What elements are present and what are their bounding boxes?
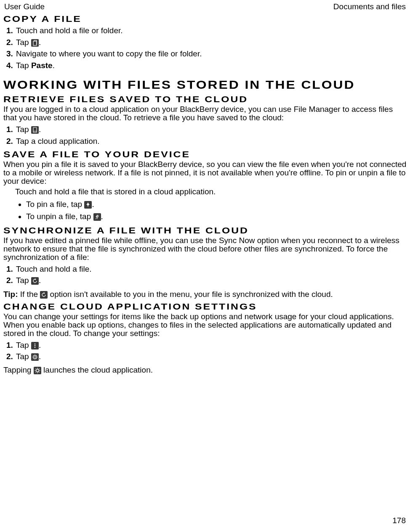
paste-label: Paste (31, 61, 53, 70)
page-number: 178 (392, 516, 406, 525)
copy-icon (31, 39, 39, 47)
svg-line-24 (39, 368, 40, 369)
text: To pin a file, tap (26, 200, 84, 209)
retrieve-step-2: Tap a cloud application. (15, 135, 407, 147)
svg-point-5 (35, 343, 36, 344)
text: . (53, 61, 55, 70)
text: . (101, 212, 103, 221)
sync-icon (40, 291, 48, 299)
retrieve-steps: Tap . Tap a cloud application. (3, 124, 407, 147)
sync-step-1: Touch and hold a file. (15, 263, 407, 275)
sync-steps: Touch and hold a file. Tap . (3, 263, 407, 286)
save-bullet-pin: To pin a file, tap . (26, 198, 407, 210)
svg-line-16 (33, 358, 34, 359)
save-para: When you pin a file it is saved to your … (3, 160, 407, 185)
settings-footnote: Tapping launches the cloud application. (3, 366, 407, 374)
save-bullets: To pin a file, tap . To unpin a file, ta… (3, 198, 407, 223)
copy-step-1: Touch and hold a file or folder. (15, 25, 407, 37)
gear-icon (34, 367, 41, 374)
retrieve-para: If you are logged in to a cloud applicat… (3, 105, 407, 122)
sync-tip: Tip: If the option isn't available to yo… (3, 290, 407, 299)
svg-line-22 (35, 368, 36, 369)
sync-icon (31, 277, 39, 285)
text: Tap (16, 352, 31, 361)
text: . (92, 200, 94, 209)
heading-copy-a-file: Copy a file (3, 14, 410, 24)
copy-step-4: Tap Paste. (15, 60, 407, 71)
heading-sync: Synchronize a file with the cloud (3, 225, 410, 236)
text: . (39, 341, 41, 349)
text: To unpin a file, tap (26, 212, 93, 221)
text: Tapping (3, 365, 34, 374)
text: . (39, 125, 41, 134)
pin-icon (84, 201, 92, 209)
text: Tap (16, 61, 31, 70)
header-left: User Guide (4, 2, 45, 11)
heading-save: Save a file to your device (3, 149, 410, 159)
heading-settings: Change cloud application settings (3, 302, 410, 312)
save-lead: Touch and hold a file that is stored in … (15, 187, 407, 196)
gear-icon (31, 353, 39, 361)
tip-label: Tip: (3, 290, 18, 299)
text: . (39, 276, 41, 285)
text: Tap (16, 125, 31, 134)
svg-line-13 (33, 355, 34, 356)
settings-step-2: Tap . (15, 351, 407, 363)
svg-line-15 (36, 355, 37, 356)
header-right: Documents and files (333, 2, 406, 11)
settings-step-1: Tap . (15, 339, 407, 351)
svg-line-14 (36, 358, 37, 359)
text: . (39, 38, 41, 47)
text: launches the cloud application. (41, 365, 153, 374)
svg-line-25 (35, 371, 36, 372)
copy-step-2: Tap . (15, 37, 407, 48)
svg-point-17 (36, 369, 39, 372)
settings-para: You can change your settings for items l… (3, 312, 407, 338)
copy-steps: Touch and hold a file or folder. Tap . N… (3, 25, 407, 71)
save-bullet-unpin: To unpin a file, tap . (26, 210, 407, 222)
heading-working-with-cloud: Working with files stored in the cloud (3, 79, 410, 92)
svg-line-23 (39, 371, 40, 372)
page: User Guide Documents and files Copy a fi… (0, 0, 410, 532)
svg-point-6 (35, 345, 36, 346)
more-icon (31, 342, 39, 349)
unpin-icon (93, 213, 101, 221)
svg-point-7 (35, 347, 36, 348)
settings-steps: Tap . Tap . (3, 339, 407, 363)
heading-retrieve: Retrieve files saved to the cloud (3, 94, 410, 104)
svg-point-8 (34, 356, 36, 358)
text: Tap (16, 341, 31, 349)
text: Tap (16, 38, 31, 47)
copy-step-3: Navigate to where you want to copy the f… (15, 48, 407, 60)
text: If the (18, 290, 40, 299)
text: Tap (16, 276, 31, 285)
sync-para: If you have edited a pinned file while o… (3, 236, 407, 262)
svg-rect-1 (33, 127, 37, 132)
retrieve-step-1: Tap . (15, 124, 407, 135)
text: . (39, 352, 41, 361)
sync-step-2: Tap . (15, 275, 407, 286)
page-header: User Guide Documents and files (3, 2, 407, 11)
device-icon (31, 126, 39, 134)
text: option isn't available to you in the men… (48, 290, 333, 299)
svg-rect-0 (33, 41, 37, 45)
